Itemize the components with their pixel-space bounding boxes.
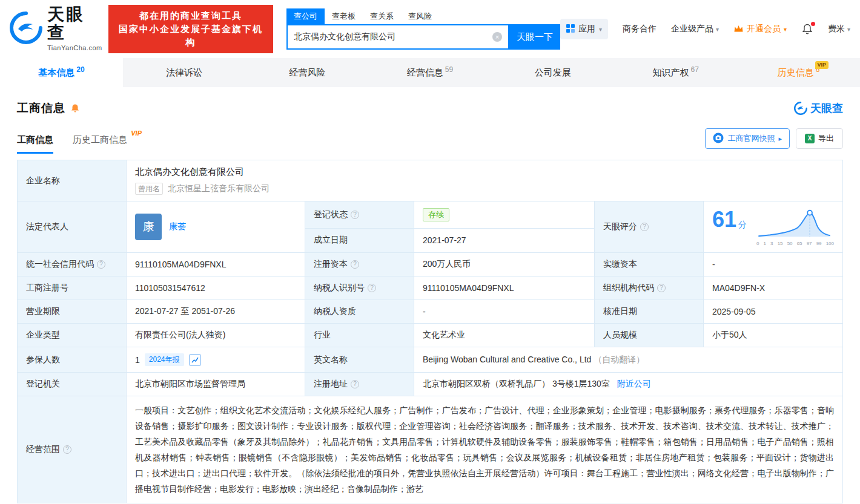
main-content: 工商信息 天眼查 工商信息 历史工商信息 VIP 工商官网快照 ▸ X 导出 [0,100,860,503]
status-badge: 存续 [423,208,449,221]
chevron-down-icon: ▾ [716,26,719,33]
monitor-bell-icon[interactable] [70,103,80,113]
business-term: 2021-07-27 至 2051-07-26 [127,300,305,324]
enterprise-products-label: 企业级产品 [671,24,713,34]
english-name-cell: Beijing Woban Cultural and Creative Co.,… [414,347,843,373]
table-row: 企业类型 有限责任公司(法人独资) 行业 文化艺术业 人员规模 小于50人 [18,324,843,347]
legal-rep-label: 法定代表人 [18,201,127,253]
tab-label: 公司发展 [535,67,571,79]
search-input[interactable] [286,24,509,50]
apps-menu[interactable]: 应用 ▾ [560,19,608,39]
search-tab-company[interactable]: 查公司 [286,8,325,24]
search-tab-risk[interactable]: 查风险 [401,8,439,24]
taxpayer-id: 91110105MA04D9FNXL [414,277,595,300]
approve-date: 2025-09-05 [704,300,843,324]
paid-capital: - [704,253,843,277]
business-info-table: 企业名称 北京偶办文化创意有限公司 曾用名 北京恒星上弦音乐有限公司 法定代表人… [17,160,843,503]
insured-label: 参保人数 [18,347,127,373]
legal-rep-cell: 康 康荟 [127,201,305,253]
tab-history-info[interactable]: 历史信息 6 VIP [737,58,860,87]
reg-address: 北京市朝阳区双桥（双桥乳品厂） 3号楼1层130室 [423,379,610,388]
paid-capital-label: 实缴资本 [595,253,704,277]
taxpayer-quality-label: 纳税人资质 [305,300,414,324]
insured-count: 1 [135,355,140,365]
reg-address-cell: 北京市朝阳区双桥（双桥乳品厂） 3号楼1层130室 附近公司 [414,373,843,396]
banner-line2: 国家中小企业发展子基金旗下机构 [119,24,263,47]
company-section-tabs: 基本信息 20 法律诉讼 经营风险 经营信息 59 公司发展 知识产权 67 历… [0,58,860,87]
help-icon[interactable]: ? [640,223,649,231]
help-icon[interactable]: ? [63,445,71,454]
legal-rep-link[interactable]: 康荟 [169,221,186,232]
tab-count: 67 [691,65,699,74]
english-name: Beijing Woban Cultural and Creative Co.,… [423,355,591,364]
help-icon[interactable]: ? [368,284,376,292]
username: 费米 [828,24,845,34]
help-icon[interactable]: ? [97,260,105,269]
business-cooperation-link[interactable]: 商务合作 [623,24,657,34]
help-icon[interactable]: ? [657,284,666,292]
tab-operation-info[interactable]: 经营信息 59 [369,58,492,87]
staff-size-label: 人员规模 [595,324,704,347]
subtab-history-business-info[interactable]: 历史工商信息 VIP [73,134,127,154]
snapshot-label: 工商官网快照 [727,133,775,144]
excel-icon: X [805,134,815,143]
tab-label: 法律诉讼 [166,67,202,79]
industry: 文化艺术业 [414,324,595,347]
apps-label: 应用 [578,24,595,34]
help-icon[interactable]: ? [351,380,359,388]
chevron-down-icon: ▾ [847,26,850,33]
clear-search-icon[interactable]: × [492,32,502,42]
reg-status-cell: 存续 [414,201,595,229]
approve-date-label: 核准日期 [595,300,704,324]
tab-label: 经营信息 [407,67,443,79]
reg-number: 110105031547612 [127,277,305,300]
open-vip-menu[interactable]: 开通会员 ▾ [733,24,787,34]
score-cell: 61 分 0131550659799100 [704,201,843,253]
company-name-cell: 北京偶办文化创意有限公司 曾用名 北京恒星上弦音乐有限公司 [127,160,843,201]
credit-code: 91110105MA04D9FNXL [127,253,305,277]
company-name-label: 企业名称 [18,160,127,201]
table-row: 法定代表人 康 康荟 登记状态? 存续 天眼评分? 61 [18,201,843,229]
help-icon[interactable]: ? [351,211,359,219]
establish-date: 2021-07-27 [414,228,595,252]
official-snapshot-button[interactable]: 工商官网快照 ▸ [705,128,790,149]
trend-chart-icon[interactable] [189,354,201,366]
tab-operation-risk[interactable]: 经营风险 [246,58,369,87]
tab-basic-info[interactable]: 基本信息 20 [0,58,123,87]
export-button[interactable]: X 导出 [796,128,843,149]
watermark-label: 天眼查 [810,101,843,116]
tab-count: 20 [76,65,84,74]
banner-line1: 都在用的商业查询工具 [139,10,242,21]
org-code: MA04D9FN-X [704,277,843,300]
nearby-companies-link[interactable]: 附近公司 [617,379,651,388]
score-axis-ticks: 0131550659799100 [756,241,834,246]
score-unit: 分 [738,220,747,231]
logo-name: 天眼查 [47,5,102,42]
help-icon[interactable]: ? [351,260,359,269]
search-tab-relation[interactable]: 查关系 [363,8,401,24]
reg-capital-label: 注册资本? [305,253,414,277]
tianyancha-logo-icon [10,11,42,47]
search-tab-boss[interactable]: 查老板 [325,8,363,24]
subtab-business-info[interactable]: 工商信息 [17,134,53,154]
tianyancha-logo[interactable]: 天眼查 TianYanCha.com [10,5,102,53]
user-menu[interactable]: 费米 ▾ [828,24,850,34]
auto-translate-note: （自动翻译） [594,355,644,364]
notifications-bell-icon[interactable] [801,23,813,35]
tab-legal-proceedings[interactable]: 法律诉讼 [123,58,246,87]
search-button[interactable]: 天眼一下 [509,24,560,50]
tab-count: 59 [445,65,453,74]
enterprise-products-menu[interactable]: 企业级产品 ▾ [671,24,719,34]
table-row: 统一社会信用代码? 91110105MA04D9FNXL 注册资本? 200万人… [18,253,843,277]
logo-domain: TianYanCha.com [47,44,102,51]
chevron-down-icon: ▾ [784,26,787,33]
notification-dot [811,22,815,26]
tab-intellectual-property[interactable]: 知识产权 67 [614,58,737,87]
legal-rep-avatar[interactable]: 康 [135,214,162,240]
tab-company-development[interactable]: 公司发展 [491,58,614,87]
insured-cell: 1 2024年报 [127,347,305,373]
tab-label: 知识产权 [653,67,689,79]
company-type: 有限责任公司(法人独资) [127,324,305,347]
company-type-label: 企业类型 [18,324,127,347]
annual-report-badge[interactable]: 2024年报 [145,353,184,366]
